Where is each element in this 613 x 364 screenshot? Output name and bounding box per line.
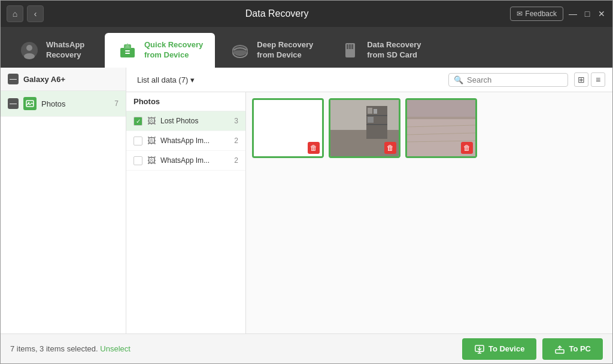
to-pc-icon	[554, 344, 565, 354]
minimize-button[interactable]: —	[568, 9, 578, 19]
quick-recovery-tab-icon	[117, 40, 138, 61]
svg-rect-16	[351, 44, 353, 49]
device-row: — Galaxy A6+	[1, 68, 126, 91]
photo-thumb-1[interactable]: 🗑	[252, 98, 324, 158]
quick-recovery-tab-label: Quick Recoveryfrom Device	[144, 40, 203, 60]
bottom-bar: 7 items, 3 items selected. Unselect To D…	[1, 333, 612, 363]
app-window: ⌂ ‹ Data Recovery ✉ Feedback — □ ✕ Whats…	[0, 0, 613, 364]
search-input[interactable]	[467, 75, 563, 84]
whatsapp-1-icon: 🖼	[147, 136, 156, 145]
photo-thumb-2[interactable]: 🗑	[329, 98, 400, 158]
photo-3-delete-badge: 🗑	[461, 142, 473, 154]
list-view-button[interactable]: ≡	[591, 72, 605, 87]
svg-rect-26	[374, 109, 377, 114]
tab-sd-card[interactable]: Data Recoveryfrom SD Card	[327, 33, 433, 68]
whatsapp-tab-icon	[19, 40, 40, 61]
back-button[interactable]: ‹	[27, 5, 44, 22]
svg-point-2	[24, 53, 35, 59]
photo-thumb-3[interactable]: 🗑	[405, 98, 477, 158]
sub-list-header: Photos	[126, 92, 245, 111]
unselect-link[interactable]: Unselect	[100, 344, 131, 353]
sidebar-category-photos[interactable]: — Photos 7	[1, 91, 126, 117]
whatsapp-1-label: WhatsApp Im...	[160, 136, 229, 145]
svg-point-12	[233, 50, 247, 55]
sidebar: — Galaxy A6+ — Photos 7	[1, 68, 126, 333]
mail-icon: ✉	[517, 10, 523, 18]
whatsapp-2-icon: 🖼	[147, 156, 156, 165]
whatsapp-2-count: 2	[234, 156, 238, 165]
photo-grid: 🗑	[246, 92, 612, 333]
lost-photos-label: Lost Photos	[160, 117, 229, 125]
svg-rect-20	[330, 100, 399, 130]
svg-point-1	[26, 45, 32, 51]
to-device-label: To Device	[488, 344, 524, 353]
list-all-button[interactable]: List all data (7) ▾	[133, 74, 198, 86]
svg-rect-6	[125, 50, 130, 51]
whatsapp-1-checkbox[interactable]	[133, 136, 142, 145]
lost-photos-icon: 🖼	[147, 116, 156, 126]
app-title: Data Recovery	[44, 8, 510, 19]
whatsapp-tab-label: WhatsAppRecovery	[46, 40, 84, 60]
svg-rect-34	[407, 117, 475, 119]
search-icon: 🔍	[454, 75, 463, 84]
photos-category-label: Photos	[41, 99, 110, 108]
photo-2-delete-badge: 🗑	[384, 142, 396, 154]
to-device-icon	[474, 344, 485, 354]
feedback-button[interactable]: ✉ Feedback	[510, 7, 563, 21]
bottom-actions: To Device To PC	[462, 338, 603, 360]
sd-card-tab-icon	[339, 40, 361, 61]
svg-rect-27	[368, 117, 374, 123]
deep-recovery-tab-label: Deep Recoveryfrom Device	[257, 40, 313, 60]
whatsapp-2-label: WhatsApp Im...	[160, 156, 229, 165]
title-bar-right: ✉ Feedback — □ ✕	[510, 7, 606, 21]
lost-photos-count: 3	[234, 117, 238, 125]
close-button[interactable]: ✕	[597, 9, 606, 19]
to-device-button[interactable]: To Device	[462, 338, 536, 360]
to-pc-button[interactable]: To PC	[542, 338, 603, 360]
svg-rect-25	[368, 108, 372, 114]
sd-card-tab-label: Data Recoveryfrom SD Card	[367, 40, 421, 60]
to-pc-label: To PC	[569, 344, 591, 353]
deep-recovery-tab-icon	[229, 40, 251, 61]
content-panel: List all data (7) ▾ 🔍 ⊞ ≡ Photos	[126, 68, 612, 333]
home-button[interactable]: ⌂	[7, 5, 23, 22]
whatsapp-2-checkbox[interactable]	[133, 156, 142, 165]
status-text: 7 items, 3 items selected.	[10, 344, 98, 353]
search-box[interactable]: 🔍	[448, 73, 568, 87]
svg-rect-24	[366, 124, 387, 125]
device-collapse-button[interactable]: —	[8, 74, 19, 84]
title-bar: ⌂ ‹ Data Recovery ✉ Feedback — □ ✕	[1, 1, 612, 27]
sub-list: Photos ✓ 🖼 Lost Photos 3 🖼 WhatsApp Im..…	[126, 92, 246, 333]
photos-category-icon	[23, 97, 37, 110]
photo-1-delete-badge: 🗑	[308, 142, 320, 154]
sub-list-item-whatsapp-2[interactable]: 🖼 WhatsApp Im... 2	[126, 151, 245, 171]
svg-rect-23	[366, 115, 387, 116]
lost-photos-checkbox[interactable]: ✓	[133, 117, 142, 126]
photos-category-count: 7	[114, 99, 119, 108]
svg-rect-7	[125, 53, 130, 54]
device-name: Galaxy A6+	[23, 75, 65, 84]
tab-quick-recovery[interactable]: Quick Recoveryfrom Device	[105, 33, 215, 68]
category-collapse-button[interactable]: —	[8, 98, 19, 109]
tab-bar: WhatsAppRecovery Quick Recoveryfrom Devi…	[1, 27, 612, 68]
svg-rect-39	[556, 350, 564, 353]
grid-view-button[interactable]: ⊞	[574, 72, 588, 87]
dropdown-arrow-icon: ▾	[190, 75, 195, 84]
maximize-button[interactable]: □	[582, 9, 592, 19]
list-all-label: List all data (7)	[137, 75, 188, 84]
svg-rect-15	[349, 44, 351, 49]
svg-rect-29	[407, 100, 475, 118]
main-content: — Galaxy A6+ — Photos 7	[1, 68, 612, 333]
sub-list-item-lost-photos[interactable]: ✓ 🖼 Lost Photos 3	[126, 111, 245, 131]
content-toolbar: List all data (7) ▾ 🔍 ⊞ ≡	[126, 68, 612, 92]
tab-deep-recovery[interactable]: Deep Recoveryfrom Device	[217, 33, 325, 68]
sub-list-item-whatsapp-1[interactable]: 🖼 WhatsApp Im... 2	[126, 131, 245, 151]
view-toggle: ⊞ ≡	[574, 72, 605, 87]
tab-whatsapp[interactable]: WhatsAppRecovery	[7, 33, 102, 68]
svg-rect-14	[347, 44, 348, 49]
title-bar-left: ⌂ ‹	[7, 5, 44, 22]
whatsapp-1-count: 2	[234, 136, 238, 145]
